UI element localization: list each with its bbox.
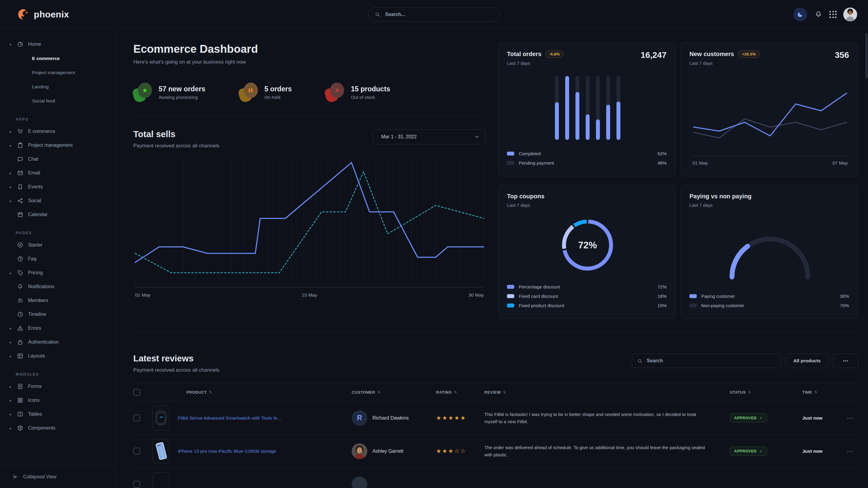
column-header-time[interactable]: TIME⇅ [802, 390, 841, 395]
date-range-select[interactable]: Mar 1 - 31, 2022 [372, 129, 486, 144]
row-checkbox[interactable] [133, 448, 140, 455]
legend-value: 72% [657, 284, 666, 289]
sidebar-subitem-project-management[interactable]: Project management [5, 65, 110, 79]
collapsed-view-toggle[interactable]: Collapsed View [0, 465, 115, 488]
sidebar-item-layouts[interactable]: ▸Layouts [5, 349, 110, 363]
legend-value: 52% [657, 151, 666, 156]
caret-icon: ▾ [10, 42, 16, 47]
row-checkbox[interactable] [133, 415, 140, 421]
reviews-search[interactable] [632, 354, 781, 368]
legend-value: 10% [657, 303, 666, 308]
more-options-button[interactable]: ⋯ [833, 354, 858, 368]
column-header-product[interactable]: PRODUCT⇅ [153, 390, 352, 395]
sidebar-item-email[interactable]: ▸Email [5, 166, 110, 180]
svg-text:01 May: 01 May [135, 292, 151, 297]
caret-icon: ▸ [10, 129, 16, 134]
sort-icon: ⇅ [377, 390, 381, 394]
stat-value: 15 products [351, 85, 390, 93]
sidebar-item-events[interactable]: ▸Events [5, 180, 110, 194]
user-avatar[interactable] [843, 7, 857, 22]
new-customers-line-chart: 01 May07 May [689, 83, 849, 168]
reviews-controls: All products ⋯ [632, 354, 858, 368]
column-header-status[interactable]: STATUS⇅ [730, 390, 802, 395]
scrollbar-thumb[interactable] [866, 33, 867, 78]
sidebar-item-label: Notifications [28, 284, 54, 289]
legend-value: 70% [840, 303, 849, 308]
bookmark-icon [17, 184, 24, 190]
review-time: Just now [802, 449, 841, 454]
row-checkbox[interactable] [133, 481, 140, 488]
legend-value: 30% [840, 294, 849, 299]
reviews-search-input[interactable] [646, 358, 776, 364]
sidebar-item-faq[interactable]: Faq [5, 252, 110, 266]
sidebar-item-pricing[interactable]: ▸Pricing [5, 266, 110, 280]
rating-stars: ★★★☆☆ [436, 448, 466, 454]
collapse-icon [12, 474, 19, 480]
tag-icon [17, 269, 24, 276]
reviews-table: PRODUCT⇅ CUSTOMER⇅ RATING⇅ REVIEW⇅ STATU… [133, 383, 858, 488]
sidebar-item-components[interactable]: ▸Components [5, 421, 110, 435]
orders-on-hold-icon [239, 83, 258, 102]
customer-name: Richard Dawkins [372, 415, 409, 421]
card-title: Top coupons [507, 193, 545, 200]
sidebar-item-tables[interactable]: ▸Tables [5, 407, 110, 421]
top-navbar: phoenix [0, 0, 868, 29]
row-menu-button[interactable]: ⋯ [841, 448, 858, 455]
cell-customer: Ashley Garrett [352, 444, 436, 459]
latest-reviews-section: Latest reviews Payment received across a… [133, 332, 858, 488]
main-content: Ecommerce Dashboard Here's what's going … [115, 29, 868, 488]
column-header-customer[interactable]: CUSTOMER⇅ [352, 390, 436, 395]
product-thumbnail[interactable] [153, 406, 169, 430]
sidebar-item-chat[interactable]: Chat [5, 152, 110, 166]
sidebar-item-notifications[interactable]: Notifications [5, 280, 110, 294]
sidebar-item-label: Pricing [28, 270, 43, 275]
column-header-review[interactable]: REVIEW⇅ [484, 390, 730, 395]
row-menu-button[interactable]: ⋯ [841, 415, 858, 422]
search-input[interactable] [384, 11, 493, 18]
product-thumbnail[interactable] [153, 472, 169, 488]
sidebar-item-project-management[interactable]: ▸Project management [5, 138, 110, 152]
sidebar-item-home[interactable]: ▾Home [5, 37, 110, 51]
sidebar-item-timeline[interactable]: Timeline [5, 307, 110, 321]
column-header-rating[interactable]: RATING⇅ [436, 390, 484, 395]
product-link[interactable]: Fitbit Sense Advanced Smartwatch with To… [178, 415, 281, 421]
select-all-checkbox[interactable] [133, 389, 140, 396]
chat-icon [17, 156, 24, 162]
sidebar-subitem-social-feed[interactable]: Social feed [5, 94, 110, 108]
svg-text:15 May: 15 May [302, 292, 317, 297]
sidebar-item-e-commerce[interactable]: ▸E commerce [5, 125, 110, 138]
search-icon [637, 358, 643, 364]
legend-label: Percentage discount [519, 284, 560, 289]
sidebar-item-errors[interactable]: ▸Errors [5, 321, 110, 335]
stat-value: 57 new orders [159, 85, 206, 93]
stat-out-of-stock: ✕ 15 products Out of stock [326, 83, 390, 102]
global-search[interactable] [368, 7, 500, 22]
sidebar-section-label-apps: APPS [16, 117, 110, 122]
notifications-bell-button[interactable] [814, 10, 823, 19]
sidebar-item-members[interactable]: Members [5, 294, 110, 307]
theme-toggle-button[interactable] [793, 7, 807, 22]
clock-icon [17, 311, 24, 318]
legend-swatch [507, 161, 514, 165]
dashboard-cards: Total orders -6.8% Last 7 days 16,247 Co… [498, 29, 858, 332]
sidebar-item-calendar[interactable]: Calendar [5, 208, 110, 222]
sidebar-subitem-landing[interactable]: Landing [5, 79, 110, 94]
page-title: Ecommerce Dashboard [133, 43, 486, 56]
product-thumbnail[interactable] [153, 439, 169, 463]
sidebar-item-starter[interactable]: Starter [5, 238, 110, 252]
brand[interactable]: phoenix [17, 8, 69, 21]
bell-icon [17, 283, 24, 290]
sidebar-item-authentication[interactable]: ▸Authentication [5, 335, 110, 349]
legend-label: Non-paying customer [701, 303, 744, 308]
sidebar-item-label: Icons [28, 398, 39, 403]
sidebar-subitem-e-commerce[interactable]: E commerce [5, 51, 110, 65]
cell-product: iPhone 13 pro max-Pacific Blue-128GB sto… [153, 439, 352, 463]
sidebar-item-forms[interactable]: ▸Forms [5, 380, 110, 393]
sidebar-item-icons[interactable]: ▸Icons [5, 393, 110, 407]
card-title: New customers [689, 51, 734, 58]
total-orders-bar-chart [507, 72, 666, 143]
all-products-button[interactable]: All products [785, 354, 829, 368]
product-link[interactable]: iPhone 13 pro max-Pacific Blue-128GB sto… [178, 449, 276, 454]
apps-grid-button[interactable] [829, 11, 837, 18]
sidebar-item-social[interactable]: ▸Social [5, 194, 110, 208]
